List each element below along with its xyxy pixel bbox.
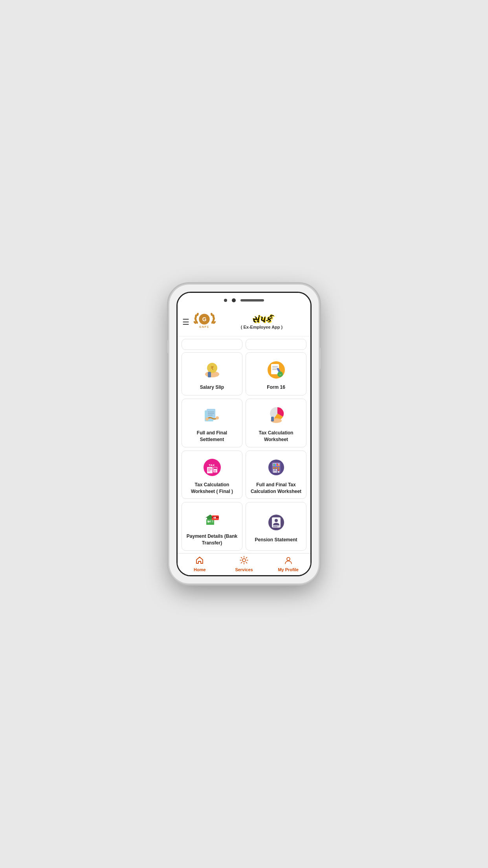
salary-slip-label: Salary Slip (200, 384, 224, 391)
form16-icon: → (265, 359, 287, 381)
service-card-tax-final[interactable]: TAX (182, 451, 242, 499)
svg-text:₹: ₹ (211, 366, 214, 371)
service-card-form16[interactable]: → Form 16 (246, 352, 306, 395)
svg-point-48 (215, 471, 216, 472)
svg-point-77 (242, 559, 246, 562)
home-icon (195, 556, 204, 566)
svg-rect-17 (208, 372, 211, 377)
partial-card-left (182, 339, 242, 350)
pension-label: Pension Statement (255, 537, 297, 543)
services-label: Services (235, 567, 253, 572)
service-card-full-final[interactable]: Full and Final Settlement (182, 399, 242, 447)
service-card-salary-slip[interactable]: ₹ Salary Slip (182, 352, 242, 395)
power-button (319, 348, 321, 369)
services-grid: ₹ Salary Slip (178, 350, 310, 553)
volume-button (167, 340, 169, 353)
full-final-icon (201, 405, 223, 427)
payment-label: Payment Details (Bank Transfer) (185, 533, 239, 546)
svg-point-78 (287, 557, 290, 561)
svg-point-45 (214, 470, 215, 471)
profile-icon (284, 556, 293, 566)
app-screen: ☰ (178, 308, 310, 575)
svg-rect-53 (275, 467, 277, 469)
app-title-gujarati: સંપર્ક (252, 314, 272, 325)
salary-slip-icon: ₹ (201, 359, 223, 381)
svg-rect-69 (212, 520, 213, 522)
app-title: સંપર્ક ( Ex-Employee App ) (218, 314, 306, 329)
pension-icon (265, 511, 287, 533)
services-icon (240, 556, 248, 566)
camera-dot (232, 298, 236, 302)
tax-final-label: Tax Calculation Worksheet ( Final ) (185, 482, 239, 495)
nav-services[interactable]: Services (222, 556, 266, 572)
profile-label: My Profile (278, 567, 299, 572)
hamburger-menu[interactable]: ☰ (182, 317, 189, 327)
svg-rect-68 (209, 520, 211, 522)
full-final-label: Full and Final Settlement (185, 430, 239, 443)
service-card-pension[interactable]: Pension Statement (246, 502, 306, 551)
svg-rect-54 (278, 467, 279, 469)
full-tax-label: Full and Final Tax Calculation Worksheet (249, 482, 303, 495)
svg-rect-39 (207, 467, 213, 473)
home-label: Home (194, 567, 206, 572)
service-card-payment[interactable]: Payment Details (Bank Transfer) (182, 502, 242, 551)
svg-point-15 (210, 363, 214, 365)
front-camera (224, 299, 227, 302)
svg-point-46 (215, 470, 216, 471)
svg-rect-36 (271, 417, 274, 421)
form16-label: Form 16 (267, 384, 285, 391)
svg-rect-52 (273, 467, 275, 469)
svg-rect-55 (273, 469, 275, 471)
svg-rect-61 (275, 464, 276, 466)
notch-area (178, 293, 310, 308)
svg-rect-58 (273, 471, 277, 473)
svg-point-47 (214, 471, 215, 472)
svg-rect-56 (275, 469, 277, 471)
svg-point-31 (205, 417, 209, 421)
app-subtitle: ( Ex-Employee App ) (241, 325, 283, 329)
nav-profile[interactable]: My Profile (266, 556, 310, 572)
svg-point-74 (275, 519, 278, 522)
svg-rect-57 (278, 469, 279, 471)
full-tax-icon (265, 456, 287, 478)
svg-text:G: G (202, 316, 207, 322)
phone-frame: ☰ (169, 285, 319, 583)
nav-home[interactable]: Home (178, 556, 222, 572)
svg-text:→: → (278, 373, 282, 377)
tax-final-icon: TAX (201, 456, 223, 478)
bottom-nav: Home Services (178, 553, 310, 575)
speaker (240, 299, 264, 302)
service-card-full-tax[interactable]: Full and Final Tax Calculation Worksheet (246, 451, 306, 499)
svg-rect-63 (278, 465, 279, 466)
svg-rect-60 (273, 464, 275, 466)
tax-worksheet-label: Tax Calculation Worksheet (249, 430, 303, 443)
svg-rect-44 (214, 467, 217, 469)
tax-worksheet-icon (265, 405, 287, 427)
payment-icon (201, 508, 223, 530)
app-header: ☰ (178, 308, 310, 337)
svg-text:GNFC: GNFC (199, 326, 209, 328)
partial-cards-row (178, 337, 310, 350)
svg-rect-62 (277, 463, 278, 466)
svg-rect-59 (278, 471, 279, 473)
gnfc-logo: G GNFC (193, 311, 216, 333)
service-card-tax-worksheet[interactable]: Tax Calculation Worksheet (246, 399, 306, 447)
svg-point-32 (216, 416, 219, 419)
phone-screen: ☰ (176, 292, 312, 576)
svg-text:TAX: TAX (209, 463, 215, 467)
partial-card-right (246, 339, 306, 350)
